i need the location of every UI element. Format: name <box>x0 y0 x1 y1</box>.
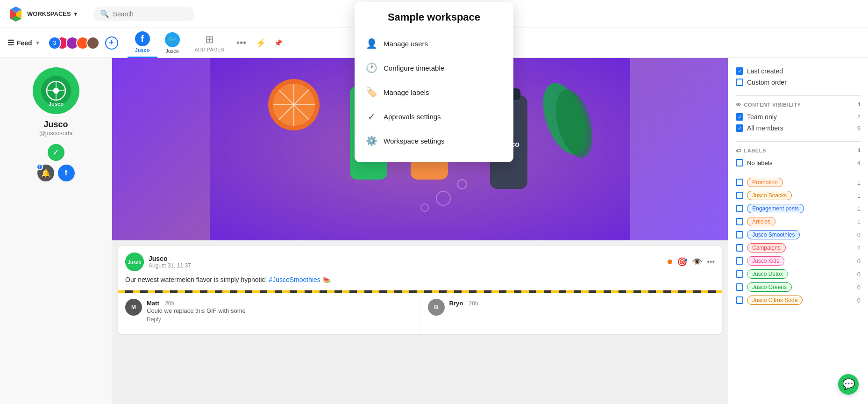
logo[interactable]: WORKSPACES ▼ <box>7 6 78 22</box>
add-pages-icon: ⊞ <box>205 34 213 46</box>
team-only-label: Team only <box>747 113 777 121</box>
label-checkbox-5[interactable] <box>736 231 743 238</box>
brand-avatar: Jusco <box>33 67 79 114</box>
commenter-1-name: Matt <box>147 300 159 307</box>
tag-icon: 🏷 <box>736 148 741 153</box>
no-labels-checkbox[interactable] <box>736 159 743 166</box>
add-user-button[interactable]: + <box>105 36 118 50</box>
post-author: Jusco <box>149 255 663 262</box>
label-badge-8: Jusco Detox <box>747 269 788 279</box>
label-badge-9: Jusco Greens <box>747 282 792 292</box>
label-badge-10: Jusco Citrus Soda <box>747 296 803 305</box>
dropdown-item-manage-users[interactable]: 👤 Manage users <box>355 31 513 56</box>
info-icon-labels: ℹ <box>858 147 861 153</box>
labels-title: LABELS <box>744 148 766 153</box>
comment-2-content: Bryn 20h <box>449 299 715 316</box>
all-members-label: All members <box>747 124 783 132</box>
publish-status-button[interactable]: ✓ <box>48 144 64 161</box>
label-checkbox-9[interactable] <box>736 283 743 291</box>
label-checkbox-10[interactable] <box>736 296 743 304</box>
dropdown-item-icon-3: ✓ <box>366 111 377 122</box>
dropdown-item-workspace-settings[interactable]: ⚙️ Workspace settings <box>355 129 513 153</box>
all-members-checkbox[interactable]: ✓ <box>736 124 743 132</box>
dropdown-item-label-3: Approvals settings <box>384 113 441 121</box>
dropdown-item-configure-timetable[interactable]: 🕐 Configure timetable <box>355 56 513 80</box>
label-checkbox-7[interactable] <box>736 257 743 265</box>
feed-button[interactable]: ☰ Feed ▼ <box>7 38 41 47</box>
workspaces-button[interactable]: WORKSPACES ▼ <box>27 10 78 17</box>
filter-button[interactable]: ⚡ <box>251 38 270 48</box>
label-badge-2: Jusco Snacks <box>747 191 792 200</box>
post-card: Jusco Jusco August 31, 11:37 🎯 👁️ ••• Ou… <box>118 246 722 334</box>
bell-icon: 🔔 <box>41 169 50 178</box>
label-count-8: 0 <box>857 271 861 278</box>
comment-1-content: Matt 20h Could we replace this GIF with … <box>147 299 413 323</box>
label-item-10[interactable]: Jusco Citrus Soda 0 <box>736 294 861 307</box>
notification-badge: ! <box>36 164 43 170</box>
team-only-checkbox[interactable]: ✓ <box>736 113 743 121</box>
label-item-4[interactable]: Articles 1 <box>736 215 861 228</box>
dropdown-item-icon-4: ⚙️ <box>366 135 377 146</box>
label-badge-7: Jusco Kids <box>747 256 784 266</box>
comment-1-reply-button[interactable]: Reply <box>147 316 413 323</box>
label-item-6[interactable]: Campaigns 2 <box>736 241 861 254</box>
pin-button[interactable]: 📌 <box>270 39 286 47</box>
label-count-2: 1 <box>857 192 861 199</box>
info-icon-visibility: ℹ <box>858 101 861 108</box>
check-icon: ✓ <box>738 125 742 131</box>
comment-item-2: B Bryn 20h <box>428 299 715 316</box>
label-item-2[interactable]: Jusco Snacks 1 <box>736 189 861 202</box>
app-logo-icon <box>7 6 24 22</box>
search-input[interactable] <box>113 10 188 18</box>
sort-last-created-checkbox[interactable]: ✓ <box>736 67 743 75</box>
label-checkbox-3[interactable] <box>736 205 743 212</box>
label-item-no-labels[interactable]: No labels 4 <box>736 157 861 168</box>
label-item-7[interactable]: Jusco Kids 0 <box>736 254 861 267</box>
check-icon: ✓ <box>738 68 742 74</box>
comment-1: M Matt 20h Could we replace this GIF wit… <box>118 293 420 334</box>
dropdown-item-approvals-settings[interactable]: ✓ Approvals settings <box>355 104 513 129</box>
brand-handle: @juscosoda <box>7 130 104 137</box>
sort-custom-order[interactable]: Custom order <box>736 77 861 88</box>
label-checkbox-8[interactable] <box>736 270 743 278</box>
commenter-2-avatar: B <box>428 299 445 316</box>
sort-last-created[interactable]: ✓ Last created <box>736 65 861 77</box>
label-checkbox-4[interactable] <box>736 218 743 225</box>
label-checkbox-2[interactable] <box>736 192 743 199</box>
dropdown-item-manage-labels[interactable]: 🏷️ Manage labels <box>355 80 513 104</box>
post-meta: Jusco August 31, 11:37 <box>149 255 663 269</box>
check-icon: ✓ <box>738 114 742 120</box>
label-count-4: 1 <box>857 218 861 225</box>
more-options-button[interactable]: ••• <box>232 37 251 48</box>
label-item-5[interactable]: Jusco Smoothies 0 <box>736 228 861 241</box>
chevron-down-icon: ▼ <box>35 40 41 46</box>
comments-section: M Matt 20h Could we replace this GIF wit… <box>118 293 722 334</box>
more-post-options-button[interactable]: ••• <box>707 258 715 266</box>
avatar-4 <box>86 36 100 50</box>
sort-last-created-label: Last created <box>747 67 783 75</box>
post-status-dot <box>668 260 672 264</box>
facebook-social-button[interactable]: f <box>58 165 75 181</box>
chat-bubble-button[interactable]: 💬 <box>838 374 859 395</box>
eye-off-icon: 👁️ <box>692 257 702 267</box>
add-pages-button[interactable]: ⊞ ADD PAGES <box>187 34 232 52</box>
content-visibility-title: CONTENT VISIBILITY <box>744 102 801 108</box>
label-checkbox-1[interactable] <box>736 179 743 186</box>
commenter-1-avatar: M <box>125 299 142 316</box>
tab-facebook[interactable]: f Jusco <box>128 28 157 58</box>
label-item-9[interactable]: Jusco Greens 0 <box>736 281 861 294</box>
dropdown-item-icon-2: 🏷️ <box>366 87 377 98</box>
label-item-1[interactable]: Promotion 1 <box>736 176 861 189</box>
visibility-all-members[interactable]: ✓ All members 9 <box>736 123 861 134</box>
tab-twitter[interactable]: 🐦 Jusco <box>157 28 187 58</box>
visibility-team-only[interactable]: ✓ Team only 2 <box>736 111 861 123</box>
label-item-8[interactable]: Jusco Detox 0 <box>736 267 861 281</box>
label-checkbox-6[interactable] <box>736 244 743 252</box>
notification-icon-button[interactable]: 🔔 ! <box>37 165 54 181</box>
label-item-3[interactable]: Engagement posts 1 <box>736 202 861 215</box>
facebook-icon: f <box>65 169 67 177</box>
hashtag: #JuscoSmoothies <box>269 276 320 283</box>
dropdown-items: 👤 Manage users 🕐 Configure timetable 🏷️ … <box>355 31 513 153</box>
search-bar[interactable]: 🔍 <box>93 7 194 21</box>
sort-custom-order-checkbox[interactable] <box>736 79 743 86</box>
